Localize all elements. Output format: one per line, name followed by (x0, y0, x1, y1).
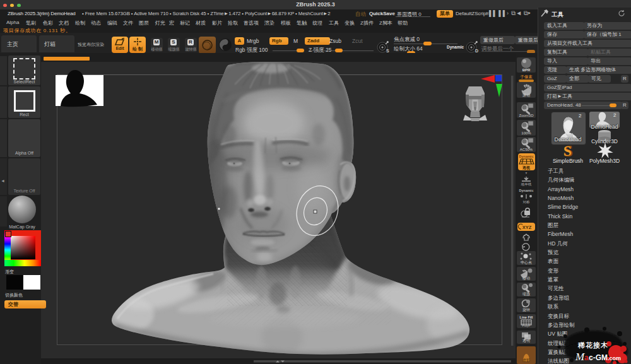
svg-text:D: D (475, 49, 478, 53)
svg-text:S: S (563, 143, 572, 159)
svg-text:旋转: 旋转 (522, 308, 530, 312)
svg-text:.com: .com (608, 355, 621, 361)
svg-text:对称: 对称 (523, 200, 531, 204)
svg-text:滚动: 滚动 (522, 93, 530, 97)
svg-text:Line Fill: Line Fill (520, 315, 533, 319)
svg-text:XYZ: XYZ (522, 225, 532, 230)
svg-text:M: M (575, 351, 585, 363)
svg-text:子像素: 子像素 (520, 74, 533, 79)
svg-text:透视: 透视 (522, 165, 531, 170)
svg-text:PolyF: PolyF (522, 324, 531, 327)
svg-text:S: S (386, 49, 389, 53)
svg-text:移动: 移动 (522, 276, 530, 281)
svg-text:缩放: 缩放 (522, 291, 530, 296)
svg-text:透明: 透明 (522, 338, 530, 343)
svg-text:Dynamic: Dynamic (519, 155, 534, 158)
svg-text:BPR: BPR (522, 68, 531, 72)
svg-text:c-GM: c-GM (589, 353, 608, 362)
svg-text:AC50%: AC50% (520, 148, 533, 151)
svg-text:100%: 100% (521, 131, 531, 135)
svg-text:Dynamic: Dynamic (519, 189, 534, 192)
svg-text:a: a (584, 353, 589, 362)
svg-text:中心点: 中心点 (521, 261, 532, 264)
svg-text:虚影: 虚影 (522, 358, 530, 362)
svg-text:地平线: 地平线 (521, 182, 532, 186)
svg-text:Zoom3D: Zoom3D (519, 114, 534, 117)
svg-text:稀花接木: 稀花接木 (577, 341, 608, 349)
svg-text:▼: ▼ (525, 171, 528, 175)
